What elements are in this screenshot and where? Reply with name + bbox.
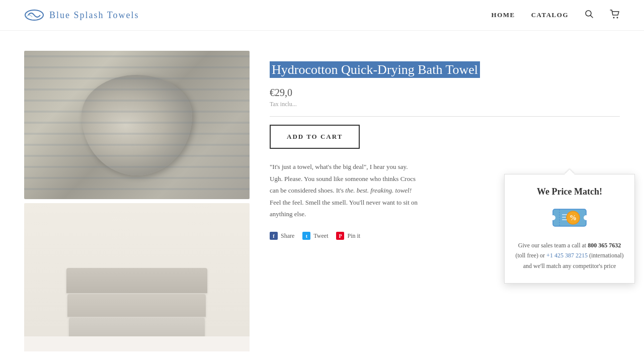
stacked-towels-visual [66, 268, 207, 341]
product-title-wrapper: Hydrocotton Quick-Drying Bath Towel [270, 61, 620, 79]
add-to-cart-button[interactable]: ADD TO CART [270, 125, 360, 149]
product-image-rolled[interactable] [24, 51, 250, 199]
desc-line2: Ugh. Please. You sound like someone who … [270, 175, 416, 183]
popup-tollfree-label: toll free [517, 252, 536, 259]
desc-line1: "It's just a towel, what's the big deal"… [270, 163, 408, 170]
nav-home[interactable]: HOME [492, 11, 515, 19]
desc-line3: can be considered shoes. It's [270, 187, 344, 194]
desc-italic: the. best. freaking. towel! [345, 187, 412, 194]
share-pinterest-label: Pin it [347, 232, 360, 240]
towel-layer-1 [66, 268, 207, 293]
price-match-popup: We Price Match! % [504, 174, 635, 284]
popup-body-suffix: and we'll match any competitor's price [523, 262, 616, 269]
share-facebook-label: Share [281, 232, 294, 240]
product-description: "It's just a towel, what's the big deal"… [270, 161, 431, 220]
popup-body-prefix: Give our sales team a call at [518, 242, 586, 249]
nav-catalog[interactable]: CATALOG [531, 11, 569, 19]
popup-icon-area: % [515, 205, 624, 232]
popup-phone-tollfree: 800 365 7632 [588, 242, 621, 249]
svg-text:%: % [570, 214, 577, 222]
product-image-stacked[interactable] [24, 203, 250, 351]
svg-line-2 [591, 16, 593, 18]
desc-line5: anything else. [270, 210, 306, 218]
desc-line4: Feel the feel. Smell the smell. You'll n… [270, 199, 418, 206]
popup-title: We Price Match! [515, 187, 624, 197]
tax-info: Tax inclu... [270, 101, 620, 108]
share-facebook[interactable]: f Share [270, 232, 294, 240]
popup-intl-label: international [591, 252, 622, 259]
logo[interactable]: Blue Splash Towels [24, 8, 139, 22]
popup-body-middle: or [540, 252, 545, 259]
product-images [24, 51, 250, 351]
svg-point-3 [613, 17, 615, 19]
twitter-icon: t [302, 232, 310, 240]
logo-text: Blue Splash Towels [49, 10, 139, 21]
popup-phone-intl: +1 425 387 2215 [546, 252, 588, 259]
logo-icon [24, 8, 44, 22]
facebook-icon: f [270, 232, 278, 240]
svg-rect-12 [562, 217, 566, 218]
pinterest-icon: P [336, 232, 344, 240]
site-header: Blue Splash Towels HOME CATALOG [0, 0, 644, 31]
main-nav: HOME CATALOG [492, 10, 620, 21]
towel-layer-2 [67, 294, 206, 317]
product-price: €29,0 [270, 87, 620, 99]
share-twitter[interactable]: t Tweet [302, 232, 328, 240]
popup-body: Give our sales team a call at 800 365 76… [515, 240, 624, 271]
svg-rect-11 [562, 214, 567, 215]
search-icon[interactable] [585, 10, 594, 21]
popup-arrow [565, 169, 575, 174]
cart-icon[interactable] [610, 10, 620, 21]
product-details: Hydrocotton Quick-Drying Bath Towel €29,… [270, 51, 620, 351]
svg-rect-13 [562, 219, 567, 220]
main-content: Hydrocotton Quick-Drying Bath Towel €29,… [0, 31, 644, 362]
share-pinterest[interactable]: P Pin it [336, 232, 360, 240]
shelf-surface [24, 336, 250, 351]
share-twitter-label: Tweet [313, 232, 328, 240]
svg-point-4 [617, 17, 618, 19]
product-title: Hydrocotton Quick-Drying Bath Towel [270, 61, 480, 78]
divider [270, 116, 620, 117]
coupon-icon: % [552, 205, 587, 230]
